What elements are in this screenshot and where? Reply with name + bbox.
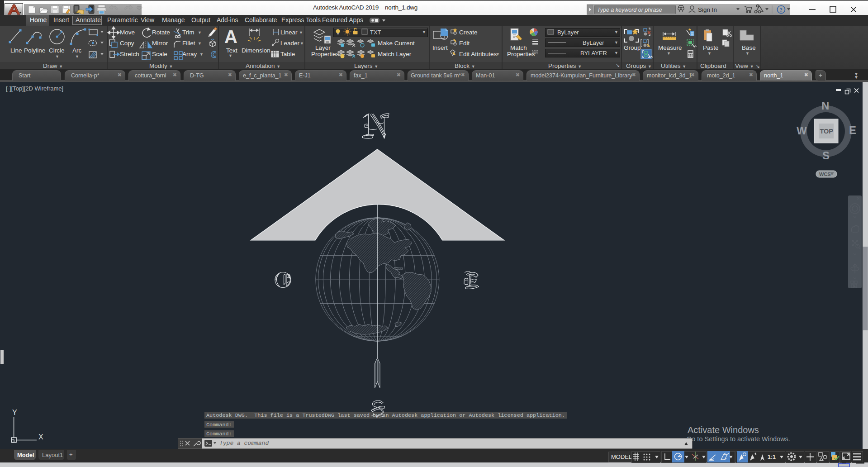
svg-text:?: ? (780, 6, 783, 13)
